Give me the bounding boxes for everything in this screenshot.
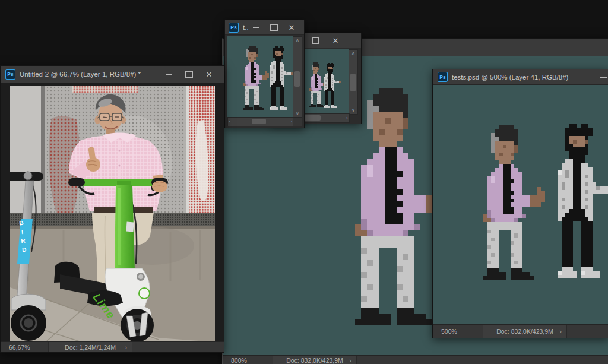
photo-canvas[interactable]: BIRD Lime bbox=[10, 86, 215, 342]
canvas-thumbnail-1[interactable] bbox=[227, 36, 293, 117]
scrollbar-thumb[interactable] bbox=[252, 119, 266, 124]
status-chevron-icon[interactable]: › bbox=[125, 344, 127, 351]
pixel-figure-thumbs-up-medium[interactable] bbox=[476, 125, 553, 280]
zoom-level-field[interactable]: 800% bbox=[223, 356, 262, 364]
window-untitled-photo: Ps Untitled-2 @ 66,7% (Layer 1, RGB/8#) … bbox=[0, 65, 224, 353]
photoshop-file-icon: Ps bbox=[438, 72, 448, 82]
doc-size-text: Doc: 832,0K/423,9M bbox=[496, 328, 553, 335]
window-tests-500: Ps tests.psd @ 500% (Layer 41, RGB/8#) ✕… bbox=[432, 69, 608, 338]
doc-size-indicator: Doc: 832,0K/423,9M › bbox=[483, 325, 567, 338]
scroll-left-icon[interactable]: ‹ bbox=[228, 118, 232, 125]
titlebar[interactable]: Ps Untitled-2 @ 66,7% (Layer 1, RGB/8#) … bbox=[1, 66, 224, 83]
doc-size-text: Doc: 832,0K/423,9M bbox=[286, 357, 343, 364]
window-title: tests.psd @ 500% (Layer 41, RGB/8#) bbox=[452, 74, 604, 81]
statusbar: 500% Doc: 832,0K/423,9M › bbox=[433, 324, 608, 338]
scroll-down-icon[interactable]: ∨ bbox=[350, 107, 356, 114]
vertical-scrollbar[interactable]: ∧ ∨ bbox=[349, 49, 358, 115]
pixel-figure-bearded-small[interactable] bbox=[267, 46, 293, 110]
horizontal-scrollbar[interactable]: ‹ › bbox=[227, 117, 294, 126]
doc-size-indicator: Doc: 832,0K/423,9M › bbox=[273, 356, 357, 364]
status-chevron-icon[interactable]: › bbox=[349, 357, 352, 364]
doc-size-text: Doc: 1,24M/1,24M bbox=[65, 344, 116, 351]
statusbar: 66,67% Doc: 1,24M/1,24M › bbox=[1, 341, 224, 352]
scrollbar-thumb[interactable] bbox=[294, 71, 300, 87]
maximize-button[interactable] bbox=[270, 23, 278, 31]
zoom-level-field[interactable]: 500% bbox=[433, 325, 472, 338]
minimize-button[interactable] bbox=[252, 23, 260, 31]
doc-size-indicator: Doc: 1,24M/1,24M › bbox=[48, 342, 132, 352]
photoshop-file-icon: Ps bbox=[5, 69, 15, 80]
window-thumbnail-1: Ps t... ✕ ∧ ∨ ‹ › bbox=[224, 20, 305, 128]
status-chevron-icon[interactable]: › bbox=[559, 328, 562, 335]
scrollbar-thumb[interactable] bbox=[350, 74, 356, 91]
photoshop-workspace: 800% Doc: 832,0K/423,9M › Ps tests.psd @… bbox=[0, 0, 608, 364]
close-button[interactable]: ✕ bbox=[331, 36, 340, 45]
close-button[interactable]: ✕ bbox=[287, 23, 296, 31]
titlebar[interactable]: Ps tests.psd @ 500% (Layer 41, RGB/8#) ✕ bbox=[433, 69, 608, 85]
scrollbar-thumb[interactable] bbox=[303, 115, 321, 121]
canvas-500[interactable] bbox=[433, 85, 608, 325]
minimize-button[interactable] bbox=[164, 70, 173, 78]
pixel-figure-bearded-tiny[interactable] bbox=[322, 63, 344, 108]
statusbar: 800% Doc: 832,0K/423,9M › bbox=[223, 355, 608, 364]
vertical-scrollbar[interactable]: ∧ ∨ bbox=[293, 36, 302, 118]
pixel-figure-bearded-medium[interactable] bbox=[550, 124, 608, 278]
scroll-up-icon[interactable]: ∧ bbox=[350, 50, 356, 57]
pasteboard: BIRD Lime bbox=[1, 83, 224, 342]
maximize-button[interactable] bbox=[185, 70, 193, 78]
photo-illustration bbox=[10, 86, 215, 342]
titlebar[interactable]: Ps t... ✕ bbox=[225, 20, 304, 35]
scroll-up-icon[interactable]: ∧ bbox=[294, 37, 300, 44]
window-title: Untitled-2 @ 66,7% (Layer 1, RGB/8#) * bbox=[20, 71, 160, 78]
minimize-button[interactable] bbox=[599, 73, 607, 81]
close-button[interactable]: ✕ bbox=[205, 70, 213, 78]
maximize-button[interactable] bbox=[311, 36, 319, 45]
window-title: t... bbox=[243, 24, 248, 31]
photoshop-file-icon: Ps bbox=[229, 23, 239, 33]
zoom-level-field[interactable]: 66,67% bbox=[1, 342, 40, 352]
scroll-right-icon[interactable]: › bbox=[345, 115, 349, 122]
scrollbar-corner bbox=[293, 117, 302, 126]
